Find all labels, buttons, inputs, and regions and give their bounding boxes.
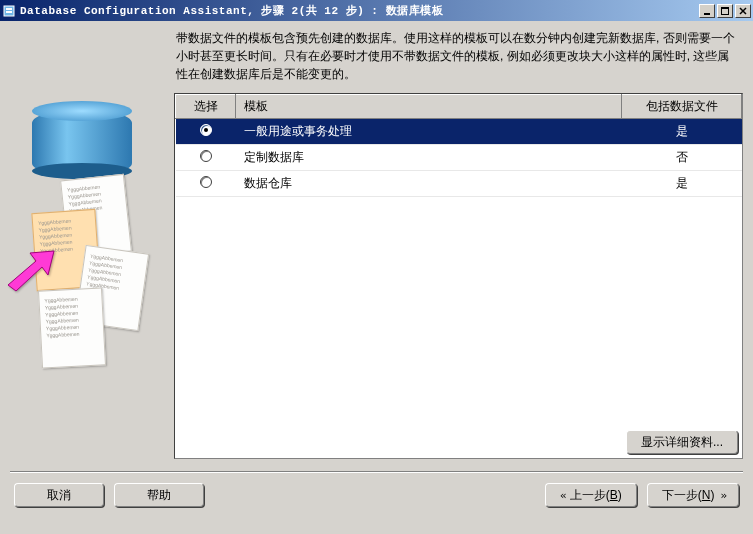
- help-button[interactable]: 帮助: [114, 483, 204, 507]
- minimize-button[interactable]: [699, 4, 715, 18]
- chevron-right-icon: »: [720, 489, 724, 502]
- maximize-button[interactable]: [717, 4, 733, 18]
- column-header-select[interactable]: 选择: [176, 95, 236, 119]
- include-value: 否: [622, 145, 742, 171]
- table-row[interactable]: 一般用途或事务处理 是: [176, 119, 742, 145]
- cancel-button[interactable]: 取消: [14, 483, 104, 507]
- content-area: YgggAbbemen YgggAbbemen YgggAbbemen Yggg…: [0, 21, 753, 534]
- svg-rect-3: [704, 13, 710, 15]
- template-name: 一般用途或事务处理: [236, 119, 622, 145]
- radio-selected[interactable]: [200, 124, 212, 136]
- template-table-container: 选择 模板 包括数据文件 一般用途或事务处理 是 定: [174, 93, 743, 459]
- column-header-template[interactable]: 模板: [236, 95, 622, 119]
- footer-buttons: 取消 帮助 « 上一步(B) 下一步(N) »: [10, 473, 743, 507]
- svg-rect-2: [6, 11, 12, 13]
- chevron-left-icon: «: [560, 489, 564, 502]
- template-table: 选择 模板 包括数据文件 一般用途或事务处理 是 定: [175, 94, 742, 197]
- svg-rect-1: [6, 8, 12, 10]
- column-header-include[interactable]: 包括数据文件: [622, 95, 742, 119]
- description-text: 带数据文件的模板包含预先创建的数据库。使用这样的模板可以在数分钟内创建完新数据库…: [174, 29, 743, 93]
- radio[interactable]: [200, 150, 212, 162]
- template-name: 定制数据库: [236, 145, 622, 171]
- template-name: 数据仓库: [236, 171, 622, 197]
- table-row[interactable]: 数据仓库 是: [176, 171, 742, 197]
- back-button[interactable]: « 上一步(B): [545, 483, 637, 507]
- show-details-button[interactable]: 显示详细资料...: [626, 430, 738, 454]
- table-row[interactable]: 定制数据库 否: [176, 145, 742, 171]
- include-value: 是: [622, 119, 742, 145]
- wizard-illustration: YgggAbbemen YgggAbbemen YgggAbbemen Yggg…: [10, 29, 160, 459]
- window-title: Database Configuration Assistant, 步骤 2(共…: [20, 3, 699, 18]
- template-page-icon: YgggAbbemen YgggAbbemen YgggAbbemen Yggg…: [38, 287, 106, 368]
- titlebar: Database Configuration Assistant, 步骤 2(共…: [0, 0, 753, 21]
- window-controls: [699, 4, 751, 18]
- include-value: 是: [622, 171, 742, 197]
- database-icon: [32, 109, 132, 177]
- svg-marker-8: [8, 251, 54, 291]
- radio[interactable]: [200, 176, 212, 188]
- close-button[interactable]: [735, 4, 751, 18]
- next-button[interactable]: 下一步(N) »: [647, 483, 739, 507]
- app-icon: [2, 4, 16, 18]
- svg-rect-5: [721, 7, 729, 9]
